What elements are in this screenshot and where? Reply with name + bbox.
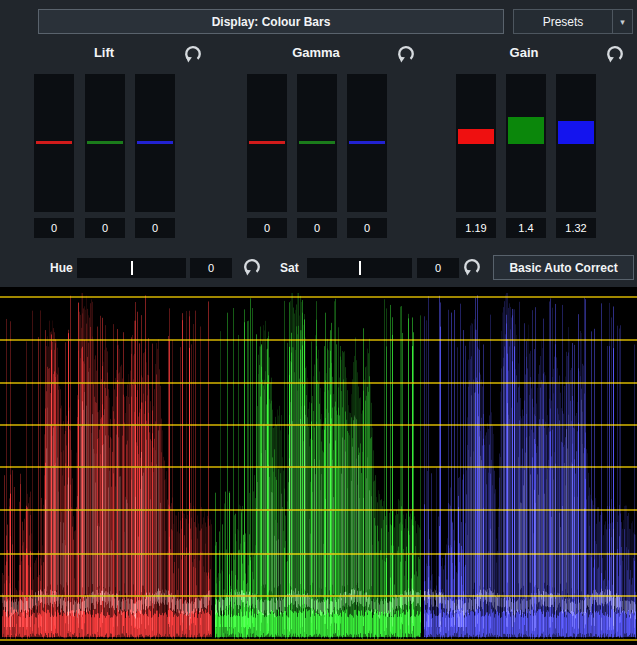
hue-value-box[interactable]: 0 xyxy=(190,258,232,278)
gamma-green-slider-handle[interactable] xyxy=(299,141,335,144)
sat-label: Sat xyxy=(280,258,299,278)
gamma-red-slider[interactable] xyxy=(247,74,287,212)
lift-blue-value-box[interactable]: 0 xyxy=(135,218,175,238)
lift-reset-button[interactable] xyxy=(183,44,203,64)
lift-green-slider[interactable] xyxy=(85,74,125,212)
gain-red-value-box[interactable]: 1.19 xyxy=(456,218,496,238)
sat-value-box[interactable]: 0 xyxy=(417,258,459,278)
presets-button[interactable]: Presets ▾ xyxy=(513,9,633,34)
presets-dropdown-button[interactable]: ▾ xyxy=(612,10,632,33)
lift-green-value-box[interactable]: 0 xyxy=(85,218,125,238)
presets-label-area[interactable]: Presets xyxy=(514,10,612,33)
chevron-down-icon: ▾ xyxy=(620,17,625,27)
sat-slider-handle[interactable] xyxy=(359,261,361,275)
hue-reset-button[interactable] xyxy=(242,257,262,277)
display-mode-label: Display: Colour Bars xyxy=(212,15,331,29)
reset-circular-arrow-icon xyxy=(462,257,482,277)
reset-circular-arrow-icon xyxy=(396,44,416,64)
presets-label: Presets xyxy=(543,15,584,29)
gain-green-slider-handle[interactable] xyxy=(508,117,544,144)
gain-red-slider-handle[interactable] xyxy=(458,129,494,144)
lift-green-slider-handle[interactable] xyxy=(87,141,123,144)
colour-correction-panel: Display: Colour Bars Presets ▾ Lift000Ga… xyxy=(0,0,637,645)
gamma-red-slider-handle[interactable] xyxy=(249,141,285,144)
basic-auto-correct-button[interactable]: Basic Auto Correct xyxy=(493,255,634,280)
lift-blue-slider[interactable] xyxy=(135,74,175,212)
sat-reset-button[interactable] xyxy=(462,257,482,277)
lift-red-slider-handle[interactable] xyxy=(36,141,72,144)
gamma-blue-value-box[interactable]: 0 xyxy=(347,218,387,238)
gain-section-label: Gain xyxy=(510,45,539,60)
waveform-scope xyxy=(0,287,637,645)
gamma-section-label: Gamma xyxy=(292,45,340,60)
hue-slider[interactable] xyxy=(77,258,186,278)
gain-reset-button[interactable] xyxy=(605,44,625,64)
gamma-blue-slider[interactable] xyxy=(347,74,387,212)
lift-section-label: Lift xyxy=(94,45,114,60)
hue-slider-handle[interactable] xyxy=(131,261,133,275)
lift-blue-slider-handle[interactable] xyxy=(137,141,173,144)
reset-circular-arrow-icon xyxy=(183,44,203,64)
lift-red-value-box[interactable]: 0 xyxy=(34,218,74,238)
gain-red-slider[interactable] xyxy=(456,74,496,212)
gain-green-value-box[interactable]: 1.4 xyxy=(506,218,546,238)
reset-circular-arrow-icon xyxy=(605,44,625,64)
hue-label: Hue xyxy=(50,258,73,278)
gain-blue-slider[interactable] xyxy=(556,74,596,212)
gamma-reset-button[interactable] xyxy=(396,44,416,64)
lift-red-slider[interactable] xyxy=(34,74,74,212)
gain-blue-value-box[interactable]: 1.32 xyxy=(556,218,596,238)
basic-auto-correct-label: Basic Auto Correct xyxy=(509,261,617,275)
gamma-green-value-box[interactable]: 0 xyxy=(297,218,337,238)
gamma-red-value-box[interactable]: 0 xyxy=(247,218,287,238)
display-mode-button[interactable]: Display: Colour Bars xyxy=(38,9,504,34)
gain-blue-slider-handle[interactable] xyxy=(558,121,594,144)
gain-green-slider[interactable] xyxy=(506,74,546,212)
reset-circular-arrow-icon xyxy=(242,257,262,277)
gamma-blue-slider-handle[interactable] xyxy=(349,141,385,144)
sat-slider[interactable] xyxy=(307,258,412,278)
gamma-green-slider[interactable] xyxy=(297,74,337,212)
